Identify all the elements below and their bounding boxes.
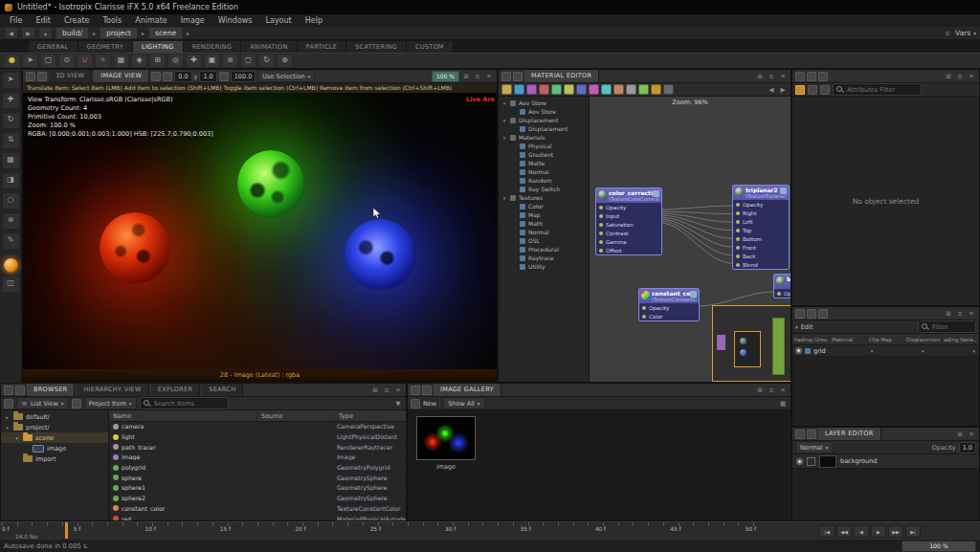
tool-icon[interactable]: ⇅	[2, 132, 20, 149]
viewport-tab[interactable]: IMAGE VIEW	[94, 70, 149, 82]
node-type-icon[interactable]	[663, 84, 674, 95]
purple-node-block[interactable]	[717, 335, 725, 350]
column-header[interactable]: Clip Map	[867, 337, 904, 342]
material-category-item[interactable]: Gradient	[499, 150, 589, 159]
column-source[interactable]: Source	[257, 412, 335, 420]
table-row[interactable]: sphere GeometrySphere	[109, 473, 406, 483]
table-row[interactable]: polygrid GeometryPolygrid	[109, 463, 406, 474]
material-category-item[interactable]: ▾ Displacement	[499, 116, 589, 124]
table-row[interactable]: image Image	[109, 453, 406, 463]
close-icon[interactable]: ✕	[484, 73, 494, 80]
node-type-icon[interactable]	[651, 84, 661, 95]
toolbar-icon[interactable]: ▢	[40, 54, 56, 68]
node-port[interactable]: Right	[733, 209, 789, 217]
back-button[interactable]: ◀	[4, 27, 18, 39]
toolbar-icon[interactable]: ⊙	[58, 54, 75, 68]
viewport-tab[interactable]: 3D VIEW	[49, 70, 92, 82]
tree-item[interactable]: ▾ project/	[1, 422, 108, 432]
material-category-item[interactable]: Ray Switch	[499, 185, 589, 193]
material-category-item[interactable]: Random	[499, 176, 589, 185]
green-node-block[interactable]	[772, 318, 785, 375]
table-row[interactable]: red MaterialPhysicalAutodes...	[109, 514, 406, 520]
zoom-field[interactable]: 100.0	[231, 71, 256, 82]
node-type-icon[interactable]	[626, 84, 636, 95]
node-type-icon[interactable]	[613, 84, 624, 95]
column-header[interactable]: ading Varia...	[942, 337, 979, 342]
toolbar-icon[interactable]: ◎	[167, 54, 184, 68]
node-type-icon[interactable]	[589, 84, 599, 95]
opacity-field[interactable]: 1.0	[959, 442, 976, 453]
scroll-right-icon[interactable]: ▶	[778, 86, 788, 94]
pin-icon[interactable]	[807, 430, 816, 439]
close-icon[interactable]: ✕	[967, 310, 976, 318]
transport-button[interactable]: ◀	[854, 525, 869, 538]
pin-icon[interactable]	[807, 309, 816, 319]
clipmap-cell-dropdown[interactable]: ▾	[880, 348, 927, 354]
fit-icon[interactable]	[219, 72, 229, 81]
lock-icon[interactable]	[795, 430, 805, 439]
filter-icon[interactable]: ▼	[393, 400, 403, 408]
browser-search[interactable]	[140, 397, 229, 409]
context-tab[interactable]: GENERAL	[29, 41, 78, 53]
material-category-item[interactable]: Map	[499, 210, 589, 219]
displacement-cell-dropdown[interactable]: ▾	[931, 348, 979, 354]
gallery-item[interactable]: image	[416, 416, 791, 471]
material-category-item[interactable]: ▾ Aov Store	[499, 99, 589, 107]
material-category-item[interactable]: Math	[499, 219, 589, 228]
toolbar-icon[interactable]: ◈	[131, 54, 147, 68]
lock-icon[interactable]	[795, 309, 805, 319]
material-category-item[interactable]: Procedural	[499, 245, 589, 254]
scroll-left-icon[interactable]: ◀	[767, 86, 776, 94]
refresh-icon[interactable]	[72, 399, 81, 408]
column-header[interactable]: Displacement-	[904, 337, 942, 342]
forward-button[interactable]: ▶	[21, 27, 35, 39]
pin-icon[interactable]	[15, 386, 25, 395]
node-port[interactable]: Offset	[596, 246, 661, 254]
menu-item[interactable]: File	[3, 16, 29, 25]
transport-button[interactable]: |◀	[819, 525, 835, 538]
browser-tab[interactable]: BROWSER	[27, 384, 75, 396]
panel-menu-icon[interactable]: ≡	[767, 386, 776, 394]
up-button[interactable]: ▴	[38, 27, 53, 39]
context-tab[interactable]: CUSTOM	[407, 41, 454, 53]
material-category-item[interactable]: Raytrace	[499, 254, 589, 262]
table-row[interactable]: camera CameraPerspective	[109, 422, 406, 432]
pin-icon[interactable]	[807, 72, 816, 81]
material-cell-dropdown[interactable]: ▾	[829, 348, 877, 354]
column-type[interactable]: Type	[335, 412, 406, 420]
node-port[interactable]: Opacity	[774, 289, 791, 298]
material-category-item[interactable]: Normal	[499, 167, 589, 176]
timeline[interactable]: 0 f 5 f 10 f 15 f 20 f 25 f 30 f 35 f 40…	[0, 521, 980, 539]
table-row[interactable]: sphere2 GeometrySphere	[109, 494, 406, 504]
attribute-search[interactable]	[833, 83, 922, 96]
layout-grid-icon[interactable]: ⊞	[755, 73, 765, 80]
breadcrumb-item[interactable]: scene	[148, 27, 183, 39]
menu-item[interactable]: Animate	[128, 16, 174, 25]
toolbar-icon[interactable]: ◻	[240, 54, 256, 68]
expand-arrow-icon[interactable]: ▾	[4, 425, 11, 431]
menu-item[interactable]: Windows	[212, 16, 259, 25]
camera-icon[interactable]	[151, 72, 161, 81]
table-row[interactable]: constant_color TextureConstantColor	[109, 504, 406, 515]
node-header[interactable]: constant_color (TextureConstantColor)	[639, 289, 699, 303]
context-tab[interactable]: ANIMATION	[241, 41, 297, 53]
node-port[interactable]: Blend	[733, 260, 789, 269]
layout-grid-icon[interactable]: ⊞	[755, 386, 765, 394]
context-tab[interactable]: RENDERING	[184, 41, 242, 53]
node-port[interactable]: Top	[733, 226, 789, 234]
vars-label[interactable]: Vars	[955, 29, 970, 37]
lock-icon[interactable]	[795, 72, 805, 81]
material-category-item[interactable]: Aov Store	[499, 107, 589, 116]
transport-button[interactable]: ▶|	[905, 525, 921, 538]
expand-arrow-icon[interactable]: ▾	[13, 435, 20, 441]
browser-tab[interactable]: EXPLORER	[151, 384, 201, 396]
transport-button[interactable]: ▶	[871, 525, 886, 538]
pin-icon[interactable]	[422, 386, 432, 395]
expand-arrow-icon[interactable]: ▾	[501, 135, 507, 141]
node-triplanar[interactable]: triplanar2 (TextureTriplanar) Opacity Ri…	[732, 185, 790, 270]
node-header[interactable]: triplanar2 (TextureTriplanar)	[733, 186, 789, 200]
layout-grid-icon[interactable]: ⊞	[944, 310, 953, 318]
edit-button[interactable]: Edit	[801, 323, 813, 331]
layer-checkbox[interactable]	[807, 457, 815, 466]
node-port[interactable]: Opacity	[596, 203, 661, 211]
